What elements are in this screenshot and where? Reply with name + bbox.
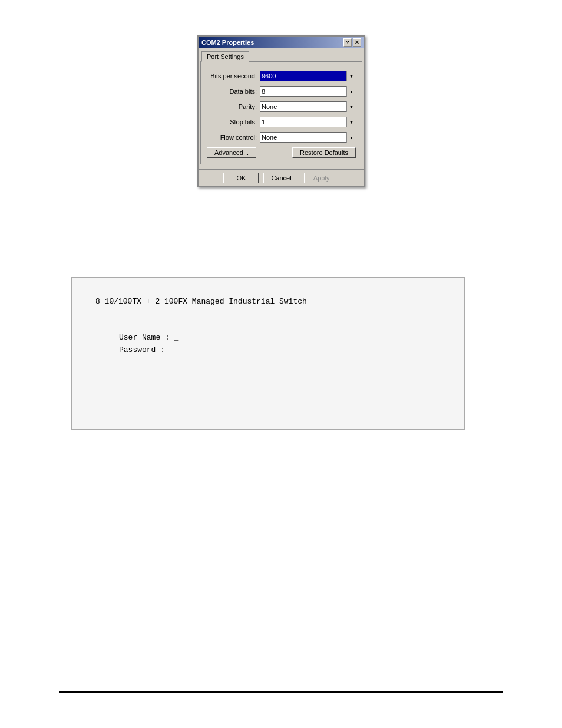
bits-per-second-label: Bits per second:: [207, 73, 260, 80]
data-bits-row: Data bits: 8 7 6 5 ▼: [207, 86, 356, 97]
action-row: Advanced... Restore Defaults: [207, 147, 356, 158]
cancel-button[interactable]: Cancel: [263, 173, 299, 183]
parity-select-wrapper: None Odd Even Mark Space ▼: [260, 101, 356, 112]
dialog-window: COM2 Properties ? ✕ Port Settings Bits p…: [197, 35, 365, 187]
bottom-divider: [59, 691, 503, 693]
bits-per-second-select[interactable]: 9600 1200 2400 4800 19200 38400 57600 11…: [260, 71, 356, 81]
flow-control-label: Flow control:: [207, 134, 260, 141]
stop-bits-label: Stop bits:: [207, 118, 260, 126]
bits-per-second-row: Bits per second: 9600 1200 2400 4800 192…: [207, 71, 356, 81]
restore-defaults-button[interactable]: Restore Defaults: [292, 147, 356, 158]
parity-select[interactable]: None Odd Even Mark Space: [260, 101, 356, 112]
data-bits-select-wrapper: 8 7 6 5 ▼: [260, 86, 356, 97]
data-bits-select[interactable]: 8 7 6 5: [260, 86, 356, 97]
stop-bits-select[interactable]: 1 1.5 2: [260, 117, 356, 127]
flow-control-select[interactable]: None Xon / Xoff Hardware: [260, 132, 356, 143]
flow-control-row: Flow control: None Xon / Xoff Hardware ▼: [207, 132, 356, 143]
titlebar-controls: ? ✕: [343, 38, 361, 47]
ok-cancel-row: OK Cancel Apply: [199, 169, 364, 186]
stop-bits-select-wrapper: 1 1.5 2 ▼: [260, 117, 356, 127]
close-button[interactable]: ✕: [353, 38, 361, 47]
bits-per-second-select-wrapper: 9600 1200 2400 4800 19200 38400 57600 11…: [260, 71, 356, 81]
parity-row: Parity: None Odd Even Mark Space ▼: [207, 101, 356, 112]
tab-port-settings[interactable]: Port Settings: [201, 51, 249, 62]
ok-button[interactable]: OK: [223, 173, 259, 183]
apply-button[interactable]: Apply: [304, 173, 339, 183]
parity-label: Parity:: [207, 103, 260, 110]
advanced-button[interactable]: Advanced...: [207, 147, 256, 158]
flow-control-select-wrapper: None Xon / Xoff Hardware ▼: [260, 132, 356, 143]
dialog-title: COM2 Properties: [201, 39, 254, 46]
dialog-body: Bits per second: 9600 1200 2400 4800 192…: [200, 61, 362, 164]
terminal-password-line: Password :: [119, 344, 441, 357]
terminal-username-line: User Name : _: [119, 332, 441, 344]
com2-properties-dialog: COM2 Properties ? ✕ Port Settings Bits p…: [197, 35, 365, 187]
terminal-container: 8 10/100TX + 2 100FX Managed Industrial …: [71, 277, 465, 430]
stop-bits-row: Stop bits: 1 1.5 2 ▼: [207, 117, 356, 127]
terminal-screen: 8 10/100TX + 2 100FX Managed Industrial …: [95, 296, 441, 356]
dialog-tabs: Port Settings: [199, 48, 364, 61]
help-button[interactable]: ?: [343, 38, 352, 47]
terminal-device-title: 8 10/100TX + 2 100FX Managed Industrial …: [95, 296, 441, 308]
dialog-titlebar: COM2 Properties ? ✕: [199, 37, 364, 48]
terminal-login-section: User Name : _ Password :: [95, 332, 441, 357]
data-bits-label: Data bits:: [207, 88, 260, 95]
